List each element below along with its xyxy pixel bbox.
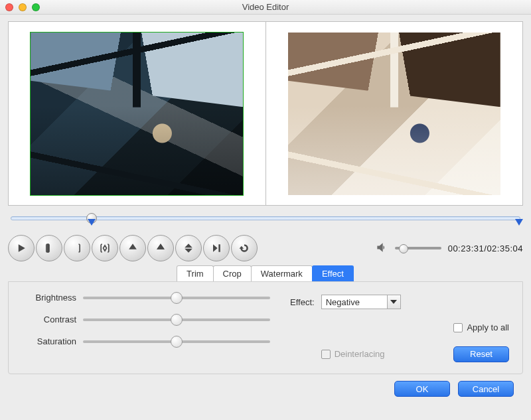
cancel-button[interactable]: Cancel <box>458 381 514 397</box>
mark-in-button[interactable] <box>36 235 62 261</box>
trim-start-marker[interactable] <box>88 219 96 226</box>
effect-selected: Negative <box>322 297 387 307</box>
reset-button[interactable]: Reset <box>453 346 509 362</box>
apply-to-all-label: Apply to all <box>467 322 509 332</box>
original-image <box>31 33 243 195</box>
step-forward-button[interactable] <box>203 235 230 261</box>
range-button[interactable] <box>92 235 118 261</box>
play-button[interactable] <box>8 235 35 261</box>
tab-crop[interactable]: Crop <box>213 265 252 281</box>
preview-effect <box>266 22 523 205</box>
chevron-down-icon <box>387 295 400 309</box>
ok-button[interactable]: OK <box>394 381 450 397</box>
mark-out-button[interactable] <box>64 235 90 261</box>
tab-effect[interactable]: Effect <box>312 265 354 281</box>
window-title: Video Editor <box>0 2 531 12</box>
deinterlacing-checkbox: Deinterlacing <box>321 349 401 359</box>
effect-panel: Brightness Contrast Saturation Effect: N… <box>8 281 523 374</box>
effect-frame <box>288 33 500 195</box>
undo-button[interactable] <box>231 235 258 261</box>
effect-select[interactable]: Negative <box>321 295 401 309</box>
brightness-slider[interactable] <box>83 297 270 299</box>
effect-label: Effect: <box>290 297 315 307</box>
timeline[interactable] <box>8 211 523 228</box>
timecode: 00:23:31/02:35:04 <box>448 244 523 253</box>
checkbox-icon <box>321 350 331 359</box>
volume-slider[interactable] <box>395 247 441 249</box>
trim-end-marker[interactable] <box>515 219 523 226</box>
prev-keyframe-button[interactable] <box>119 235 146 261</box>
time-current: 00:23:31 <box>448 244 485 253</box>
original-frame <box>31 33 243 195</box>
tabs: Trim Crop Watermark Effect <box>8 265 523 281</box>
saturation-slider[interactable] <box>83 340 270 343</box>
tab-watermark[interactable]: Watermark <box>251 265 313 281</box>
preview-panes <box>8 21 523 206</box>
time-total: 02:35:04 <box>487 244 523 253</box>
next-keyframe-button[interactable] <box>147 235 174 261</box>
deinterlacing-label: Deinterlacing <box>335 349 385 359</box>
contrast-label: Contrast <box>25 315 76 324</box>
brightness-label: Brightness <box>25 293 76 303</box>
saturation-label: Saturation <box>25 336 76 346</box>
preview-original <box>9 22 266 205</box>
apply-to-all-checkbox[interactable]: Apply to all <box>453 322 509 332</box>
flip-vertical-button[interactable] <box>175 235 202 261</box>
transport-buttons <box>8 235 258 261</box>
checkbox-icon <box>453 323 463 332</box>
tab-trim[interactable]: Trim <box>177 265 214 281</box>
volume-icon <box>375 241 388 256</box>
contrast-slider[interactable] <box>83 318 270 321</box>
effect-image <box>288 33 500 195</box>
titlebar: Video Editor <box>0 0 531 15</box>
